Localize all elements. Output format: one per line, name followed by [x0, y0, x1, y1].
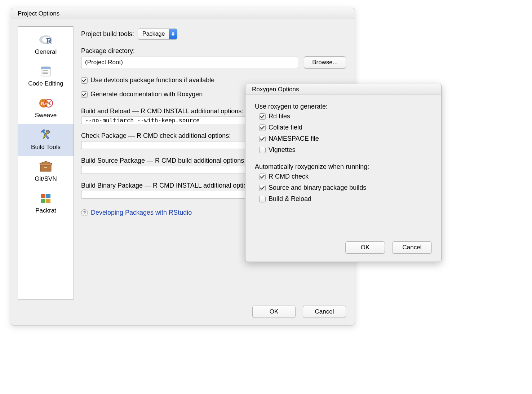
checkbox-icon: [259, 185, 266, 191]
collate-label: Collate field: [269, 124, 302, 131]
dialog-title: Project Options: [18, 10, 59, 17]
sidebar-item-build-tools[interactable]: Build Tools: [18, 124, 74, 156]
sub-dialog-titlebar: Roxygen Options: [245, 84, 441, 95]
vignettes-label: Vignettes: [269, 146, 296, 154]
build-reload-label2: Build & Reload: [269, 195, 311, 203]
vignettes-checkbox-row[interactable]: Vignettes: [259, 146, 432, 154]
svg-text:R: R: [46, 36, 52, 45]
collate-checkbox-row[interactable]: Collate field: [259, 124, 432, 131]
checkbox-icon: [259, 147, 266, 153]
sidebar-item-code-editing[interactable]: Code Editing: [18, 61, 74, 92]
rd-files-checkbox-row[interactable]: Rd files: [259, 113, 432, 120]
use-devtools-checkbox-row[interactable]: Use devtools package functions if availa…: [81, 76, 346, 84]
options-sidebar: R General Code Editing: [18, 26, 74, 300]
rcmd-check-checkbox-row[interactable]: R CMD check: [259, 173, 432, 180]
namespace-label: NAMESPACE file: [269, 135, 319, 143]
svg-rect-4: [41, 67, 50, 69]
checkbox-icon: [81, 77, 88, 84]
svg-rect-17: [41, 199, 45, 203]
sidebar-item-label: Packrat: [35, 207, 56, 214]
build-reload-checkbox-row[interactable]: Build & Reload: [259, 195, 432, 203]
checkbox-icon: [259, 113, 266, 120]
sub-cancel-button[interactable]: Cancel: [392, 241, 432, 254]
chevron-up-down-icon: [169, 29, 177, 39]
browse-button[interactable]: Browse...: [304, 56, 346, 69]
use-devtools-label: Use devtools package functions if availa…: [90, 76, 214, 84]
sidebar-item-git-svn[interactable]: Git/SVN: [18, 156, 74, 188]
build-tools-select-value: Package: [138, 29, 169, 39]
sub-ok-button[interactable]: OK: [345, 241, 385, 254]
dialog-titlebar: Project Options: [11, 8, 355, 19]
use-roxygen-label: Use roxygen to generate:: [255, 103, 432, 110]
sidebar-item-packrat[interactable]: Packrat: [18, 188, 74, 219]
box-icon: [39, 159, 53, 174]
checkbox-icon: [259, 196, 266, 202]
sidebar-item-label: Code Editing: [28, 80, 63, 87]
r-logo-icon: R: [39, 32, 53, 47]
ok-button[interactable]: OK: [252, 306, 296, 318]
sweave-icon: Rnw: [39, 96, 53, 110]
sidebar-item-general[interactable]: R General: [18, 29, 74, 61]
roxygen-options-dialog: Roxygen Options Use roxygen to generate:…: [245, 84, 442, 262]
build-tools-label: Project build tools:: [81, 30, 134, 38]
source-binary-checkbox-row[interactable]: Source and binary package builds: [259, 184, 432, 192]
source-binary-label: Source and binary package builds: [269, 184, 366, 192]
svg-rect-18: [46, 199, 50, 203]
sidebar-item-label: Sweave: [35, 112, 57, 119]
cancel-button[interactable]: Cancel: [303, 306, 346, 318]
packrat-icon: [39, 191, 53, 206]
svg-rect-16: [46, 194, 50, 198]
sub-dialog-title: Roxygen Options: [252, 86, 299, 93]
package-directory-input[interactable]: [81, 57, 298, 68]
rd-files-label: Rd files: [269, 113, 290, 120]
sidebar-item-label: Build Tools: [31, 144, 61, 151]
svg-rect-14: [44, 167, 47, 168]
sidebar-item-label: Git/SVN: [35, 175, 57, 183]
checkbox-icon: [259, 174, 266, 180]
rcmd-check-label: R CMD check: [269, 173, 309, 180]
help-link-text: Developing Packages with RStudio: [91, 209, 192, 216]
sidebar-item-sweave[interactable]: Rnw Sweave: [18, 92, 74, 124]
build-tools-select[interactable]: Package: [138, 29, 177, 39]
sidebar-item-label: General: [35, 48, 57, 56]
checkbox-icon: [259, 136, 266, 142]
auto-roxygenize-label: Automatically roxygenize when running:: [255, 163, 432, 171]
namespace-checkbox-row[interactable]: NAMESPACE file: [259, 135, 432, 143]
svg-rect-15: [41, 194, 45, 198]
package-directory-label: Package directory:: [81, 47, 346, 55]
help-icon: ?: [81, 209, 88, 216]
checkbox-icon: [259, 124, 266, 131]
generate-docs-label: Generate documentation with Roxygen: [90, 91, 203, 98]
checkbox-icon: [81, 91, 88, 98]
tools-icon: [39, 128, 53, 142]
notepad-icon: [39, 64, 53, 79]
